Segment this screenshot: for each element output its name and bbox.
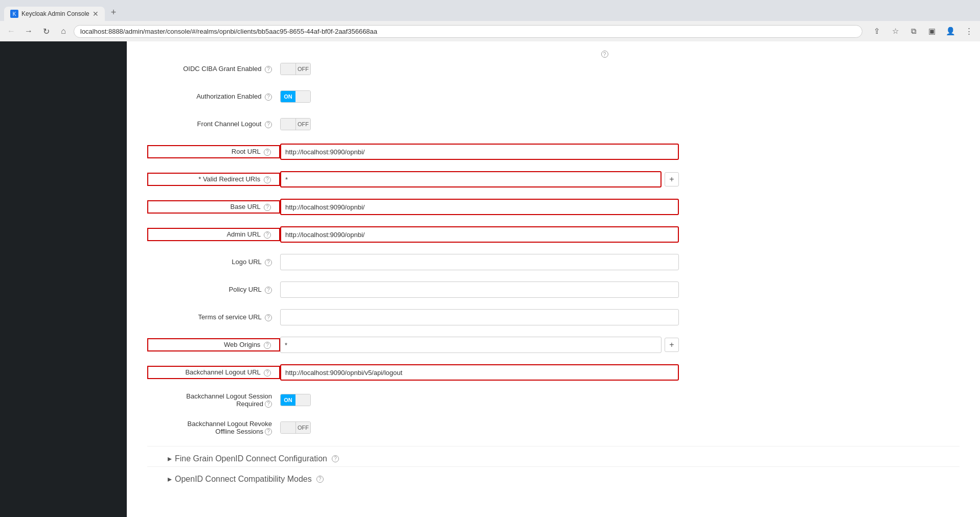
fine-grain-section-link[interactable]: ▸ Fine Grain OpenID Connect Configuratio… (147, 446, 960, 466)
logo-url-row: Logo URL ? (147, 253, 960, 271)
bookmark-share-button[interactable]: ⇪ (870, 24, 884, 38)
tab-close-button[interactable]: ✕ (93, 10, 99, 18)
extensions-button[interactable]: ⧉ (906, 24, 921, 38)
logo-url-label: Logo URL ? (147, 258, 280, 266)
backchannel-logout-session-help-icon[interactable]: ? (265, 401, 272, 408)
backchannel-logout-revoke-toggle-left (281, 422, 295, 433)
url-display: localhost:8888/admin/master/console/#/re… (80, 28, 856, 35)
fine-grain-help-icon[interactable]: ? (332, 455, 339, 462)
policy-url-help-icon[interactable]: ? (265, 287, 272, 294)
front-channel-logout-toggle-left (281, 119, 295, 130)
web-origins-input-container: + (280, 337, 679, 353)
main-layout: ? OIDC CIBA Grant Enabled ? OFF Authoriz… (0, 41, 980, 517)
valid-redirect-help-icon[interactable]: ? (264, 176, 271, 183)
browser-nav-icons: ⇪ ☆ ⧉ ▣ 👤 ⋮ (870, 24, 976, 38)
backchannel-logout-revoke-help-icon[interactable]: ? (265, 428, 272, 435)
tab-bar: K Keycloak Admin Console ✕ + (4, 4, 976, 21)
logo-url-input[interactable] (280, 254, 679, 270)
forward-button[interactable]: → (21, 24, 36, 38)
root-url-help-icon[interactable]: ? (264, 149, 271, 156)
root-url-row: Root URL ? (147, 143, 960, 161)
authorization-enabled-help-icon[interactable]: ? (265, 93, 272, 101)
root-url-label: Root URL ? (147, 145, 280, 158)
oidc-ciba-toggle[interactable]: OFF (280, 63, 311, 75)
top-help-row: ? (147, 46, 960, 60)
backchannel-logout-revoke-label: Backchannel Logout Revoke Offline Sessio… (147, 420, 280, 435)
reload-button[interactable]: ↻ (39, 24, 53, 38)
backchannel-logout-url-input[interactable] (280, 364, 679, 381)
sidebar (0, 41, 127, 517)
backchannel-logout-session-label: Backchannel Logout Session Required ? (147, 392, 280, 408)
top-help-icon[interactable]: ? (601, 51, 608, 58)
base-url-row: Base URL ? (147, 198, 960, 216)
policy-url-row: Policy URL ? (147, 280, 960, 299)
active-tab[interactable]: K Keycloak Admin Console ✕ (4, 7, 105, 21)
web-origins-label: Web Origins ? (147, 338, 280, 351)
openid-compat-help-icon[interactable]: ? (316, 476, 324, 483)
front-channel-logout-row: Front Channel Logout ? OFF (147, 115, 960, 133)
backchannel-logout-session-toggle-off (295, 394, 310, 406)
menu-button[interactable]: ⋮ (962, 24, 976, 38)
backchannel-logout-url-row: Backchannel Logout URL ? (147, 363, 960, 382)
star-button[interactable]: ☆ (888, 24, 902, 38)
web-origins-row: Web Origins ? + (147, 336, 960, 354)
admin-url-help-icon[interactable]: ? (264, 231, 271, 239)
authorization-enabled-toggle-on: ON (281, 91, 295, 102)
policy-url-label: Policy URL ? (147, 286, 280, 294)
backchannel-logout-session-toggle-on: ON (281, 394, 295, 406)
authorization-enabled-row: Authorization Enabled ? ON (147, 87, 960, 106)
home-button[interactable]: ⌂ (56, 24, 71, 38)
openid-compat-chevron-icon: ▸ (168, 474, 172, 484)
front-channel-logout-label: Front Channel Logout ? (147, 120, 280, 128)
browser-nav: ← → ↻ ⌂ localhost:8888/admin/master/cons… (0, 21, 980, 41)
base-url-input[interactable] (280, 199, 679, 215)
oidc-ciba-toggle-off-left (281, 63, 295, 75)
root-url-input[interactable] (280, 144, 679, 160)
front-channel-logout-toggle-text: OFF (295, 119, 310, 130)
oidc-ciba-help-icon[interactable]: ? (265, 66, 272, 73)
backchannel-logout-url-label: Backchannel Logout URL ? (147, 366, 280, 379)
tab-title: Keycloak Admin Console (21, 10, 89, 17)
policy-url-input[interactable] (280, 281, 679, 298)
valid-redirect-input[interactable] (280, 171, 662, 187)
admin-url-input[interactable] (280, 226, 679, 243)
base-url-label: Base URL ? (147, 200, 280, 214)
authorization-enabled-toggle-off (295, 91, 310, 102)
split-screen-button[interactable]: ▣ (925, 24, 939, 38)
terms-of-service-input[interactable] (280, 309, 679, 325)
backchannel-logout-url-help-icon[interactable]: ? (264, 369, 271, 377)
profile-button[interactable]: 👤 (943, 24, 958, 38)
fine-grain-chevron-icon: ▸ (168, 454, 172, 463)
oidc-ciba-row: OIDC CIBA Grant Enabled ? OFF (147, 60, 960, 78)
valid-redirect-label: * Valid Redirect URIs ? (147, 173, 280, 186)
admin-url-label: Admin URL ? (147, 228, 280, 241)
admin-url-row: Admin URL ? (147, 225, 960, 244)
web-origins-input[interactable] (280, 337, 662, 353)
front-channel-logout-toggle[interactable]: OFF (280, 118, 311, 130)
terms-of-service-help-icon[interactable]: ? (265, 314, 272, 321)
valid-redirect-add-button[interactable]: + (665, 172, 679, 186)
browser-chrome: K Keycloak Admin Console ✕ + (0, 0, 980, 21)
oidc-ciba-label: OIDC CIBA Grant Enabled ? (147, 65, 280, 73)
authorization-enabled-toggle[interactable]: ON (280, 90, 311, 103)
openid-compat-section-link[interactable]: ▸ OpenID Connect Compatibility Modes ? (147, 466, 960, 487)
backchannel-logout-revoke-row: Backchannel Logout Revoke Offline Sessio… (147, 418, 960, 437)
backchannel-logout-session-row: Backchannel Logout Session Required ? ON (147, 391, 960, 409)
backchannel-logout-revoke-toggle[interactable]: OFF (280, 421, 311, 434)
new-tab-button[interactable]: + (106, 4, 122, 21)
oidc-ciba-toggle-text: OFF (295, 63, 310, 75)
authorization-enabled-label: Authorization Enabled ? (147, 92, 280, 101)
front-channel-logout-help-icon[interactable]: ? (265, 121, 272, 128)
base-url-help-icon[interactable]: ? (264, 204, 271, 211)
web-origins-add-button[interactable]: + (665, 338, 679, 352)
backchannel-logout-session-toggle[interactable]: ON (280, 394, 311, 406)
valid-redirect-row: * Valid Redirect URIs ? + (147, 170, 960, 189)
form-container: ? OIDC CIBA Grant Enabled ? OFF Authoriz… (127, 41, 980, 507)
content-area: ? OIDC CIBA Grant Enabled ? OFF Authoriz… (127, 41, 980, 517)
address-bar[interactable]: localhost:8888/admin/master/console/#/re… (74, 25, 862, 38)
valid-redirect-input-container: + (280, 171, 679, 187)
backchannel-logout-revoke-toggle-text: OFF (295, 422, 310, 433)
logo-url-help-icon[interactable]: ? (265, 259, 272, 266)
back-button[interactable]: ← (4, 24, 18, 38)
web-origins-help-icon[interactable]: ? (264, 342, 271, 349)
